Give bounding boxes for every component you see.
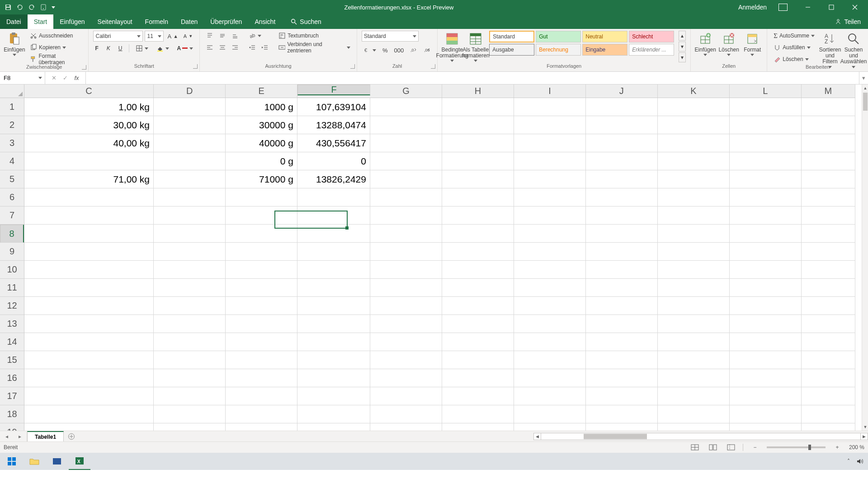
- cell-M13[interactable]: [802, 315, 855, 333]
- cell-L11[interactable]: [730, 279, 802, 297]
- style-neutral[interactable]: Neutral: [582, 31, 627, 42]
- tab-file[interactable]: Datei: [0, 14, 28, 29]
- cell-J1[interactable]: [586, 98, 658, 116]
- align-center-button[interactable]: [217, 42, 228, 52]
- column-header-L[interactable]: L: [730, 84, 802, 98]
- format-painter-button[interactable]: Format übertragen: [28, 54, 84, 64]
- align-bottom-button[interactable]: [230, 31, 241, 41]
- cell-J17[interactable]: [586, 387, 658, 405]
- cell-G3[interactable]: [370, 134, 442, 152]
- taskbar-excel-button[interactable]: X: [69, 453, 90, 470]
- cell-K1[interactable]: [658, 98, 730, 116]
- column-header-E[interactable]: E: [226, 84, 297, 98]
- cell-G12[interactable]: [370, 297, 442, 315]
- maximize-button[interactable]: [821, 0, 842, 14]
- bold-button[interactable]: F: [93, 43, 100, 53]
- cell-K19[interactable]: [658, 423, 730, 431]
- ribbon-display-icon[interactable]: [778, 4, 788, 11]
- style-standard[interactable]: Standard: [489, 31, 534, 42]
- cell-I19[interactable]: [514, 423, 586, 431]
- formula-input[interactable]: [86, 72, 859, 84]
- format-cells-button[interactable]: Format: [742, 31, 762, 60]
- cell-C7[interactable]: [24, 206, 154, 225]
- format-as-table-button[interactable]: Als Tabelle formatieren: [466, 31, 486, 60]
- cell-L6[interactable]: [730, 188, 802, 206]
- dialog-launcher-icon[interactable]: [350, 64, 355, 69]
- cell-J4[interactable]: [586, 152, 658, 170]
- cell-I4[interactable]: [514, 152, 586, 170]
- vertical-scrollbar[interactable]: ▲ ▼: [862, 84, 868, 431]
- cell-G9[interactable]: [370, 243, 442, 261]
- tab-data[interactable]: Daten: [175, 14, 204, 29]
- cell-D11[interactable]: [154, 279, 226, 297]
- cell-D19[interactable]: [154, 423, 226, 431]
- increase-indent-button[interactable]: [259, 42, 270, 52]
- cell-L9[interactable]: [730, 243, 802, 261]
- cell-E7[interactable]: [226, 206, 297, 225]
- cell-K12[interactable]: [658, 297, 730, 315]
- cell-L19[interactable]: [730, 423, 802, 431]
- cell-H12[interactable]: [442, 297, 514, 315]
- cell-K2[interactable]: [658, 116, 730, 134]
- cell-M2[interactable]: [802, 116, 855, 134]
- cell-E14[interactable]: [226, 333, 297, 351]
- save-icon[interactable]: [5, 4, 12, 11]
- decrease-font-button[interactable]: A▼: [182, 31, 194, 41]
- cell-E16[interactable]: [226, 369, 297, 387]
- cell-I14[interactable]: [514, 333, 586, 351]
- cell-D12[interactable]: [154, 297, 226, 315]
- view-page-break-button[interactable]: [725, 443, 737, 451]
- row-header-4[interactable]: 4: [0, 152, 24, 170]
- row-header-8[interactable]: 8: [0, 225, 24, 243]
- cell-C11[interactable]: [24, 279, 154, 297]
- cell-L2[interactable]: [730, 116, 802, 134]
- cell-M3[interactable]: [802, 134, 855, 152]
- cell-F6[interactable]: [297, 188, 370, 206]
- cell-styles-gallery[interactable]: Standard Gut Neutral Schlecht Ausgabe Be…: [489, 31, 674, 56]
- file-explorer-button[interactable]: [24, 453, 45, 470]
- row-header-7[interactable]: 7: [0, 206, 24, 225]
- gallery-down-button[interactable]: ▾: [679, 42, 686, 52]
- cell-I8[interactable]: [514, 225, 586, 243]
- column-header-I[interactable]: I: [514, 84, 586, 98]
- add-sheet-button[interactable]: [64, 431, 79, 441]
- cell-I7[interactable]: [514, 206, 586, 225]
- cell-F7[interactable]: [297, 206, 370, 225]
- cell-J13[interactable]: [586, 315, 658, 333]
- row-header-17[interactable]: 17: [0, 387, 24, 405]
- cell-J16[interactable]: [586, 369, 658, 387]
- cell-M14[interactable]: [802, 333, 855, 351]
- insert-cells-button[interactable]: Einfügen: [695, 31, 715, 60]
- cell-K6[interactable]: [658, 188, 730, 206]
- wrap-text-button[interactable]: abcTextumbruch: [277, 31, 352, 41]
- cell-J3[interactable]: [586, 134, 658, 152]
- cell-E10[interactable]: [226, 261, 297, 279]
- cell-D13[interactable]: [154, 315, 226, 333]
- cell-H2[interactable]: [442, 116, 514, 134]
- cell-F8[interactable]: [297, 225, 370, 243]
- orientation-button[interactable]: ab: [247, 31, 263, 41]
- row-header-2[interactable]: 2: [0, 116, 24, 134]
- cell-D18[interactable]: [154, 405, 226, 423]
- cell-I11[interactable]: [514, 279, 586, 297]
- cell-L12[interactable]: [730, 297, 802, 315]
- scroll-thumb[interactable]: [863, 93, 868, 111]
- tab-start[interactable]: Start: [28, 14, 54, 29]
- cell-D10[interactable]: [154, 261, 226, 279]
- redo-icon[interactable]: [28, 4, 35, 11]
- row-header-13[interactable]: 13: [0, 315, 24, 333]
- tab-review[interactable]: Überprüfen: [204, 14, 248, 29]
- cell-H19[interactable]: [442, 423, 514, 431]
- merge-center-button[interactable]: Verbinden und zentrieren: [277, 42, 352, 52]
- dialog-launcher-icon[interactable]: [82, 65, 86, 70]
- underline-button[interactable]: U: [117, 43, 124, 53]
- fx-icon[interactable]: fx: [74, 75, 79, 81]
- cell-D3[interactable]: [154, 134, 226, 152]
- zoom-slider[interactable]: [767, 446, 826, 448]
- cell-J12[interactable]: [586, 297, 658, 315]
- cell-E17[interactable]: [226, 387, 297, 405]
- view-normal-button[interactable]: [689, 443, 701, 451]
- cell-G2[interactable]: [370, 116, 442, 134]
- cell-K4[interactable]: [658, 152, 730, 170]
- delete-cells-button[interactable]: Löschen: [719, 31, 739, 60]
